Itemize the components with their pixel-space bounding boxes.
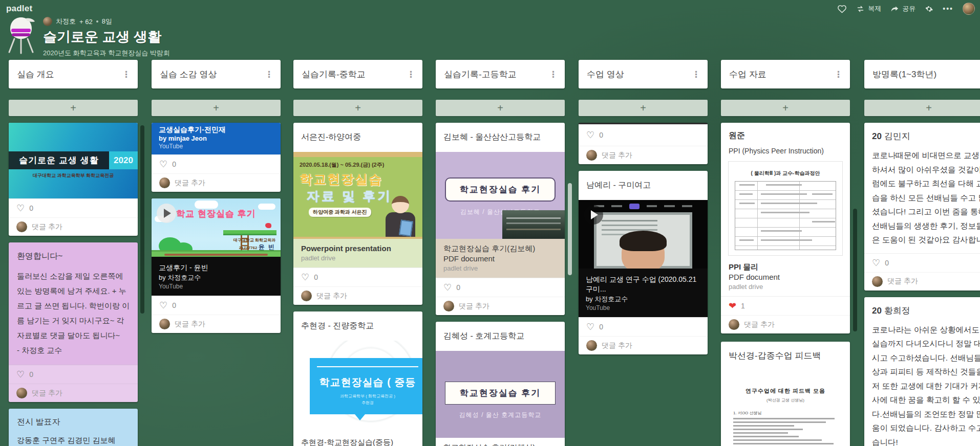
post-signature: - 차정호 교수 (17, 343, 130, 358)
padlet-logo[interactable]: padlet (6, 4, 32, 14)
add-comment-row[interactable]: 댓글 추가 (152, 173, 281, 192)
add-comment-row[interactable]: 댓글 추가 (9, 217, 138, 236)
post-clipped-video[interactable]: ♡0 댓글 추가 (579, 123, 708, 164)
attachment-thumbnail[interactable]: 학교현장실습 후기 김혜성 / 울산 호계고등학교 (436, 351, 565, 438)
post-kim-hyeseong[interactable]: 김혜성 - 호계고등학교 학교현장실습 후기 김혜성 / 울산 호계고등학교 학… (436, 322, 565, 446)
add-comment-row[interactable]: 댓글 추가 (864, 272, 980, 291)
like-icon[interactable]: ♡ (159, 160, 167, 169)
add-post-button[interactable]: + (293, 100, 422, 116)
document-subtitle: (박선경 교생 선생님) (728, 397, 843, 403)
post-seo-eunjin[interactable]: 서은진-하양여중 2020.05.18.(월) ~ 05.29.(금) (2주)… (293, 123, 422, 305)
attachment-name: PPI 물리 (729, 262, 842, 272)
attachment-type: PDF document (443, 254, 557, 264)
column-header[interactable]: 실습기록-고등학교 ⋮ (436, 60, 565, 88)
contributor-count[interactable]: + 62 (79, 18, 93, 26)
author-avatar[interactable] (43, 17, 52, 26)
column-header[interactable]: 방명록(1~3학년) (864, 60, 980, 88)
attachment-caption: 학교현장실습 후기(김혜성) (436, 438, 565, 446)
thumb-title-line1: 학교현장실습 (293, 171, 422, 188)
column-menu-icon[interactable]: ⋮ (263, 69, 275, 80)
more-menu-button[interactable]: ••• (943, 5, 953, 13)
add-post-button[interactable]: + (436, 100, 565, 116)
video-title: 교생실습후기-전민재 (159, 125, 273, 134)
video-thumbnail[interactable] (579, 200, 708, 269)
add-comment-row[interactable]: 댓글 추가 (152, 315, 281, 333)
like-icon[interactable]: ♡ (586, 130, 594, 140)
attachment-source: padlet drive (301, 254, 415, 262)
board-meta: 차정호 + 62 8일 (43, 17, 170, 26)
author-name[interactable]: 차정호 (56, 17, 76, 26)
column-menu-icon[interactable]: ⋮ (120, 69, 133, 80)
like-count: 0 (599, 323, 603, 331)
post-title: 박선경-갑종수업 피드백 (729, 350, 842, 362)
post-wonjun[interactable]: 원준 PPI (Physics Peer Instruction) ( 물리학Ⅱ… (721, 123, 850, 333)
column-menu-icon[interactable]: ⋮ (690, 69, 702, 80)
add-post-button[interactable]: + (9, 100, 138, 116)
play-button[interactable] (584, 205, 603, 225)
post-video-jeon[interactable]: 교생실습후기-전민재 by minjae Jeon YouTube ♡0 댓글 … (152, 123, 281, 192)
share-button[interactable]: 공유 (890, 4, 915, 13)
add-post-button[interactable]: + (152, 100, 281, 116)
like-icon[interactable]: ♡ (16, 204, 25, 213)
like-row: ♡0 (152, 296, 281, 315)
post-title: 20 황희정 (872, 305, 980, 317)
add-post-button[interactable]: + (721, 100, 850, 116)
column-header[interactable]: 수업 영상 ⋮ (579, 60, 708, 88)
post-title: 김보혜 - 울산삼산고등학교 (443, 132, 541, 141)
add-comment-row[interactable]: 댓글 추가 (293, 286, 422, 305)
post-video-yunbin[interactable]: 학교 현장실습 후기 대구대학교 화학교육과 21737762 윤 빈 교생후기… (152, 198, 281, 333)
favorite-button[interactable] (837, 5, 847, 13)
post-chu-hyeonkyeong[interactable]: 추현경 - 진량중학교 학교현장실습 ( 중등 과학교육학부 ( 화학교육전공 … (293, 311, 422, 446)
column-header[interactable]: 수업 자료 ⋮ (721, 60, 850, 88)
add-post-button[interactable]: + (579, 100, 708, 116)
add-comment-row[interactable]: 댓글 추가 (579, 336, 708, 354)
document-preview[interactable]: 연구수업에 대한 피드백 모음 (박선경 교생 선생님) 1. 서OO 선생님 (728, 369, 843, 446)
user-avatar[interactable] (963, 3, 975, 15)
column-scrollbar[interactable] (140, 125, 144, 314)
attachment-thumbnail[interactable]: 2020.05.18.(월) ~ 05.29.(금) (2주) 학교현장실습 자… (293, 152, 422, 239)
post-park-seonkyeong[interactable]: 박선경-갑종수업 피드백 연구수업에 대한 피드백 모음 (박선경 교생 선생님… (721, 342, 850, 446)
attachment-source: padlet drive (729, 282, 842, 291)
add-comment-row[interactable]: 댓글 추가 (9, 384, 138, 402)
add-post-button[interactable]: + (864, 100, 980, 116)
classroom-photo (502, 210, 565, 239)
like-icon[interactable]: ♡ (586, 322, 594, 331)
post-nam-yeri[interactable]: 남예리 - 구미여고 남예리 교생 연구 수업 (2020.05.21 구미..… (579, 171, 708, 354)
add-comment-row[interactable]: 댓글 추가 (721, 315, 850, 333)
column-scrollbar[interactable] (853, 209, 857, 331)
column-scrollbar[interactable] (568, 183, 572, 275)
add-comment-row[interactable]: 댓글 추가 (579, 146, 708, 164)
attachment-thumbnail[interactable]: 학교현장실습 후기 김보혜 / 울산삼산고등학교 (436, 152, 565, 239)
column-menu-icon[interactable]: ⋮ (832, 69, 845, 80)
top-bar: padlet 복제 공유 ••• (0, 0, 980, 17)
like-icon[interactable]: ♡ (159, 301, 167, 310)
post-welcome[interactable]: 환영합니다~ 둘러보신 소감을 제일 오른쪽에 있는 방명록에 남겨 주세요. … (9, 242, 138, 402)
column-header[interactable]: 실습기록-중학교 ⋮ (293, 60, 422, 88)
video-toolbar (594, 203, 692, 209)
toolbar-chip (629, 204, 640, 209)
remake-button[interactable]: 복제 (856, 4, 881, 13)
like-icon[interactable]: ♡ (16, 370, 25, 379)
video-thumbnail[interactable]: 학교 현장실습 후기 대구대학교 화학교육과 21737762 윤 빈 (152, 198, 281, 257)
settings-button[interactable] (925, 5, 933, 13)
column-menu-icon[interactable]: ⋮ (547, 69, 560, 80)
post-presenters[interactable]: 전시 발표자 강동훈 구연주 김경민 김보혜 김선영 김은비 김혜성 남예리 박… (9, 409, 138, 446)
column-menu-icon[interactable]: ⋮ (404, 69, 417, 80)
post-guestbook-kimminji[interactable]: 20 김민지 코로나때문에 비대면으로 교생실습을 하셔서 많이 아쉬우셨을 것… (864, 123, 980, 291)
liked-icon[interactable]: ❤ (729, 301, 736, 310)
column-header[interactable]: 실습 개요 ⋮ (9, 60, 138, 88)
column-header[interactable]: 실습 소감 영상 ⋮ (152, 60, 281, 88)
document-preview[interactable]: ( 물리학Ⅱ )과 교수-학습과정안 (728, 161, 843, 256)
attachment-thumbnail[interactable]: 학교현장실습 ( 중등 과학교육학부 ( 화학교육전공 ) 추현경 (293, 341, 422, 433)
post-body: 코로나때문에 비대면으로 교생실습을 하셔서 많이 아쉬우셨을 것같아요..그럼… (872, 148, 980, 247)
document-table (735, 181, 836, 250)
like-icon[interactable]: ♡ (301, 273, 309, 282)
like-icon[interactable]: ♡ (443, 283, 452, 292)
play-button[interactable] (157, 204, 176, 223)
add-comment-row[interactable]: 댓글 추가 (436, 297, 565, 315)
post-kim-bohye[interactable]: 김보혜 - 울산삼산고등학교 학교현장실습 후기 김보혜 / 울산삼산고등학교 … (436, 123, 565, 315)
post-guestbook-hwanghuijeong[interactable]: 20 황희정 코로나라는 아쉬운 상황에서도 교생실습까지 다녀오시다니 정말 … (864, 297, 980, 446)
like-icon[interactable]: ♡ (872, 258, 880, 267)
post-overview-image[interactable]: 슬기로운 교생 생활 2020 대구대학교 과학교육학부 화학교육전공 ♡0 댓… (9, 123, 138, 236)
video-author: by minjae Jeon (159, 134, 273, 143)
